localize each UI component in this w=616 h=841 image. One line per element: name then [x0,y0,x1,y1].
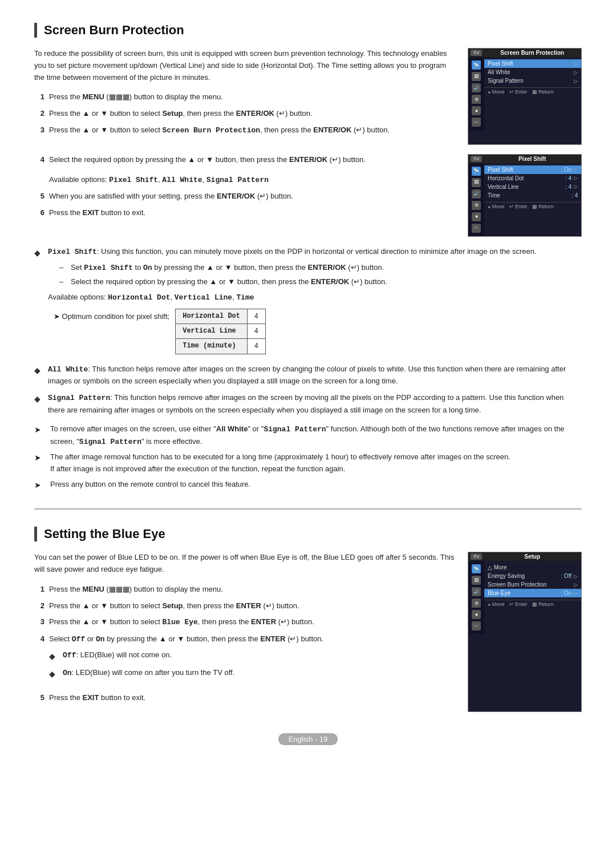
step-1: 1 Press the MENU (▦▦▦) button to display… [34,91,456,103]
section-title-blue-eye: Setting the Blue Eye [34,527,582,541]
bullet-on: ◆ On: LED(Blue) will come on after you t… [49,667,456,680]
be-step-num-2: 2 [34,600,44,612]
tv-panel-1-content: Pixel Shift ▷ All White ▷ Signal Pattern… [484,57,581,130]
steps-panel2-block: 4 Select the required option by pressing… [34,154,582,237]
optimum-table: Horizontal Dot 4 Vertical Line 4 Time (m… [175,309,266,354]
tv-label-2: TV [471,156,482,162]
blue-eye-sub-bullets: ◆ Off: LED(Blue) will not come on. ◆ On:… [49,649,456,681]
tv-panel-2-footer: ⬥ Move ↵ Enter ▦ Return [484,202,581,211]
step-num-6: 6 [34,207,44,219]
tv-panel-2-body: Pixel Shift : On ▷ Horizontal Dot : 4 ▷ … [484,163,581,202]
tv-row-2-pixel-shift: Pixel Shift : On ▷ [484,165,581,174]
optimum-row-vline: Vertical Line 4 [176,324,266,339]
tv-icon-antenna: 📡 [472,60,481,70]
tv-icon-2-star: ★ [472,212,481,221]
tv-left-icons-2: 📡 🖼 🔊 ⚙ ★ 🎮 [468,163,484,236]
optimum-label-hdot: Horizontal Dot [176,309,248,324]
optimum-label: ➤ Optimum condition for pixel shift; [54,309,169,323]
intro-text-1: To reduce the possibility of screen burn… [34,48,456,145]
tv-icon-remote: 🎮 [472,118,481,127]
be-step-num-4: 4 [34,633,44,688]
page-number: English - 19 [34,735,582,743]
tv-left-icons-3: 📡 🖼 🔊 ⚙ ★ 🎮 [468,561,484,634]
step-4: 4 Select the required option by pressing… [34,154,456,166]
tv-panel-3: TV Setup 📡 🖼 🔊 ⚙ ★ 🎮 △ More [468,552,582,711]
optimum-block: ➤ Optimum condition for pixel shift; Hor… [54,309,582,354]
intro-paragraph-1: To reduce the possibility of screen burn… [34,48,456,83]
bullet-diamond-1: ◆ [34,246,43,359]
note-1: ➤ To remove after images on the screen, … [34,423,582,448]
tv-panel-3-wrapper: 📡 🖼 🔊 ⚙ ★ 🎮 △ More Energy Saving : O [468,561,581,634]
intro-block-2: You can set the power of Blue LED to be … [34,552,582,711]
bullet-content-signal-pattern: Signal Pattern: This function helps remo… [48,392,582,417]
steps-list-3: 5 When you are satisfied with your setti… [34,191,456,219]
step-num-3: 3 [34,124,44,137]
step-num-2: 2 [34,108,44,120]
step-text-4: Select the required option by pressing t… [49,154,456,166]
steps-4-6-text: 4 Select the required option by pressing… [34,154,456,237]
tv-icon-2-remote: 🎮 [472,224,481,233]
tv-panel-3-title: Setup [485,553,579,560]
tv-label-3: TV [471,553,482,560]
step-text-5: When you are satisfied with your setting… [49,191,456,203]
tv-icon-2-settings: ⚙ [472,201,481,210]
tv-panel-2-topbar: TV Pixel Shift [468,155,581,163]
tv-row-2-time: Time : 4 [484,191,581,200]
tv-panel-1-topbar: TV Screen Burn Protection [468,48,581,57]
optimum-label-time: Time (minute) [176,339,248,354]
be-step-2: 2 Press the ▲ or ▼ button to select Setu… [34,600,456,612]
step-6: 6 Press the EXIT button to exit. [34,207,456,219]
tv-icon-3-settings: ⚙ [472,599,481,608]
bullet-content-pixel-shift: Pixel Shift: Using this function, you ca… [48,246,582,359]
tv-panel-3-footer: ⬥ Move ↵ Enter ▦ Return [484,600,581,608]
tv-icon-2-sound: 🔊 [472,189,481,199]
tv-icon-pic: 🖼 [472,72,481,81]
bullet-content-on: On: LED(Blue) will come on after you tur… [63,667,456,680]
step-2: 2 Press the ▲ or ▼ button to select Setu… [34,108,456,120]
optimum-row-hdot: Horizontal Dot 4 [176,309,266,324]
intro-paragraph-2: You can set the power of Blue LED to be … [34,552,456,576]
tv-icon-3-pic: 🖼 [472,576,481,585]
tv-icon-3-remote: 🎮 [472,621,481,630]
bullets-list-1: ◆ Pixel Shift: Using this function, you … [34,246,582,417]
be-step-1: 1 Press the MENU (▦▦▦) button to display… [34,584,456,596]
optimum-row-time: Time (minute) 4 [176,339,266,354]
tv-row-all-white: All White ▷ [484,68,581,76]
step-text-6: Press the EXIT button to exit. [49,207,456,219]
sub-bullets-pixel-shift: – Set Pixel Shift to On by pressing the … [59,262,582,289]
available-options-2: Available options: Horizontal Dot, Verti… [48,292,582,304]
tv-icon-star: ★ [472,106,481,115]
step-5: 5 When you are satisfied with your setti… [34,191,456,203]
bullet-all-white: ◆ All White: This function helps remove … [34,363,582,388]
tv-panel-1-footer: ⬥ Move ↵ Enter ▦ Return [484,87,581,96]
optimum-val-vline: 4 [248,324,266,339]
intro-text-2: You can set the power of Blue LED to be … [34,552,456,711]
note-3: ➤ Press any button on the remote control… [34,479,582,491]
bullet-diamond-off: ◆ [49,650,58,662]
section-divider [34,508,582,510]
optimum-val-time: 4 [248,339,266,354]
tv-panel-2-wrapper: 📡 🖼 🔊 ⚙ ★ 🎮 Pixel Shift : On ▷ [468,163,581,236]
tv-icon-2-antenna: 📡 [472,167,481,176]
tv-panel-3-topbar: TV Setup [468,552,581,561]
blue-eye-steps: 1 Press the MENU (▦▦▦) button to display… [34,584,456,704]
step-text-2: Press the ▲ or ▼ button to select Setup,… [49,108,456,120]
tv-left-icons-1: 📡 🖼 🔊 ⚙ ★ 🎮 [468,57,484,130]
optimum-label-vline: Vertical Line [176,324,248,339]
bullet-content-all-white: All White: This function helps remove af… [48,363,582,388]
bullet-pixel-shift: ◆ Pixel Shift: Using this function, you … [34,246,582,359]
intro-block-1: To reduce the possibility of screen burn… [34,48,582,145]
be-step-text-2: Press the ▲ or ▼ button to select Setup,… [49,600,456,612]
tv-icon-settings: ⚙ [472,95,481,104]
be-step-num-1: 1 [34,584,44,596]
steps-list-2: 4 Select the required option by pressing… [34,154,456,166]
step-num-4: 4 [34,154,44,166]
section-screen-burn: Screen Burn Protection To reduce the pos… [34,23,582,491]
tv-row-3-sbp: Screen Burn Protection ▷ [484,580,581,589]
be-step-text-1: Press the MENU (▦▦▦) button to display t… [49,584,456,596]
step-num-5: 5 [34,191,44,203]
section-blue-eye: Setting the Blue Eye You can set the pow… [34,527,582,711]
tv-label-1: TV [471,50,482,56]
tv-icon-3-sound: 🔊 [472,587,481,596]
tv-panel-2: TV Pixel Shift 📡 🖼 🔊 ⚙ ★ 🎮 Pixel Shift [468,154,582,237]
